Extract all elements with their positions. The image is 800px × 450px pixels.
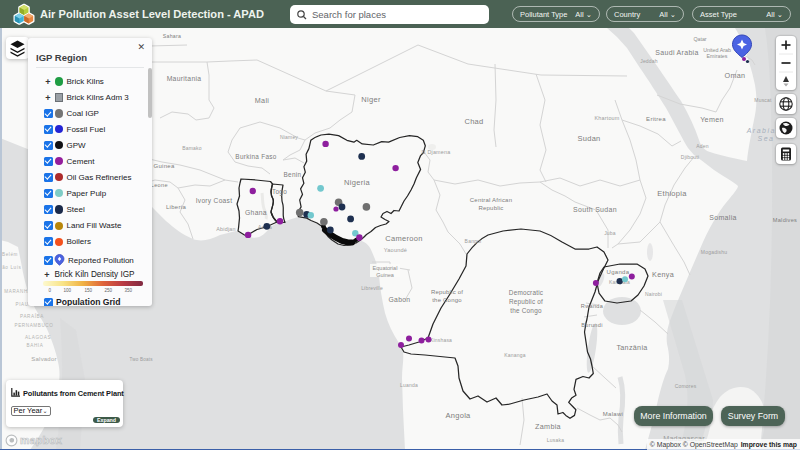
- svg-text:Ivory Coast: Ivory Coast: [196, 197, 233, 205]
- svg-text:Eritrea: Eritrea: [646, 116, 666, 122]
- svg-text:Kenya: Kenya: [652, 270, 674, 279]
- svg-text:N Djamena: N Djamena: [422, 149, 451, 155]
- svg-text:Malawi: Malawi: [603, 411, 623, 417]
- svg-text:Comores: Comores: [675, 383, 697, 389]
- svg-text:Uganda: Uganda: [607, 269, 630, 275]
- svg-text:ALAGOAS: ALAGOAS: [25, 335, 51, 340]
- svg-text:Liberia: Liberia: [166, 204, 186, 210]
- svg-text:PERNAMBUCO: PERNAMBUCO: [15, 323, 54, 328]
- svg-text:Burundi: Burundi: [581, 322, 602, 328]
- svg-text:Benin: Benin: [284, 171, 302, 178]
- svg-text:Democratic: Democratic: [509, 289, 544, 296]
- svg-text:Bamako: Bamako: [182, 145, 202, 151]
- svg-text:Republic of: Republic of: [431, 289, 463, 295]
- svg-text:Qatar: Qatar: [693, 36, 706, 42]
- svg-text:Burkina Faso: Burkina Faso: [235, 153, 276, 160]
- svg-text:Equatorial: Equatorial: [373, 265, 398, 271]
- svg-text:Nairobi: Nairobi: [645, 291, 662, 297]
- svg-text:Tanzânia: Tanzânia: [616, 343, 647, 352]
- svg-text:Zambia: Zambia: [535, 422, 561, 431]
- svg-text:Aden: Aden: [696, 143, 708, 149]
- svg-text:Jeddah: Jeddah: [640, 58, 658, 64]
- svg-text:the Congo: the Congo: [432, 297, 462, 303]
- svg-text:Yemen: Yemen: [700, 115, 724, 124]
- svg-text:Oman: Oman: [725, 71, 746, 80]
- svg-text:Rwanda: Rwanda: [581, 303, 604, 309]
- svg-text:Saudi Arabia: Saudi Arabia: [655, 49, 698, 56]
- svg-text:Sudan: Sudan: [577, 134, 600, 143]
- svg-text:Lusaka: Lusaka: [547, 437, 564, 443]
- svg-text:Kananga: Kananga: [504, 352, 525, 358]
- svg-text:Kinshasa: Kinshasa: [430, 337, 452, 343]
- svg-text:Gabon: Gabon: [389, 296, 411, 303]
- svg-text:South Sudan: South Sudan: [573, 206, 617, 213]
- svg-text:Angola: Angola: [445, 411, 471, 420]
- svg-text:Niger: Niger: [361, 95, 381, 104]
- svg-text:Luanda: Luanda: [400, 382, 418, 388]
- svg-text:Ethiopia: Ethiopia: [657, 189, 687, 198]
- svg-text:Libreville: Libreville: [361, 285, 383, 291]
- svg-text:Mali: Mali: [255, 96, 269, 105]
- svg-text:Juba: Juba: [604, 230, 616, 236]
- svg-text:Abidjan: Abidjan: [216, 226, 235, 232]
- svg-text:Mogadishu: Mogadishu: [701, 249, 727, 255]
- svg-text:Belém: Belém: [2, 252, 18, 257]
- svg-text:BAHIA: BAHIA: [27, 343, 44, 348]
- svg-text:Republic of: Republic of: [509, 298, 543, 306]
- svg-text:Nigeria: Nigeria: [344, 178, 370, 187]
- svg-text:Muscat: Muscat: [754, 97, 772, 103]
- svg-text:PARAÍBA: PARAÍBA: [20, 313, 44, 319]
- svg-text:Republic: Republic: [479, 205, 504, 211]
- svg-text:Sahara: Sahara: [163, 33, 182, 39]
- svg-text:Chad: Chad: [464, 117, 483, 126]
- svg-text:the Congo: the Congo: [510, 307, 542, 315]
- svg-text:Maldives: Maldives: [773, 217, 797, 223]
- svg-text:Two Boats: Two Boats: [129, 357, 153, 362]
- svg-text:São Luís: São Luís: [0, 265, 22, 270]
- svg-text:Khartoum: Khartoum: [595, 115, 620, 121]
- svg-text:Emirates: Emirates: [707, 53, 728, 59]
- svg-text:Central African: Central African: [470, 197, 512, 203]
- svg-text:Djibouti: Djibouti: [681, 154, 699, 160]
- svg-text:Mauritania: Mauritania: [167, 75, 202, 82]
- svg-text:Togo: Togo: [272, 188, 287, 196]
- svg-text:Salvador: Salvador: [31, 356, 56, 362]
- svg-text:Yaoundé: Yaoundé: [384, 247, 407, 253]
- svg-text:Somalia: Somalia: [709, 214, 736, 221]
- svg-text:Sea: Sea: [758, 135, 775, 142]
- svg-text:Guinea: Guinea: [153, 163, 175, 169]
- svg-text:Niamey: Niamey: [280, 134, 298, 140]
- svg-text:Bangui: Bangui: [465, 238, 482, 244]
- svg-text:Guinea: Guinea: [376, 272, 395, 278]
- svg-text:Ghana: Ghana: [245, 209, 267, 216]
- svg-text:Cameroon: Cameroon: [385, 234, 422, 243]
